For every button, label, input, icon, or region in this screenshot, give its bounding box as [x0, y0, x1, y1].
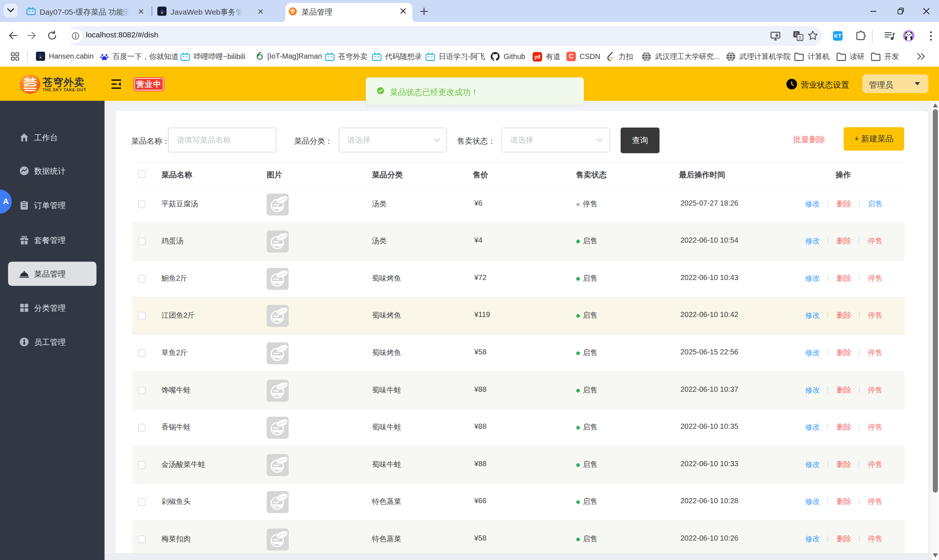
svg-text:文: 文	[798, 35, 803, 41]
